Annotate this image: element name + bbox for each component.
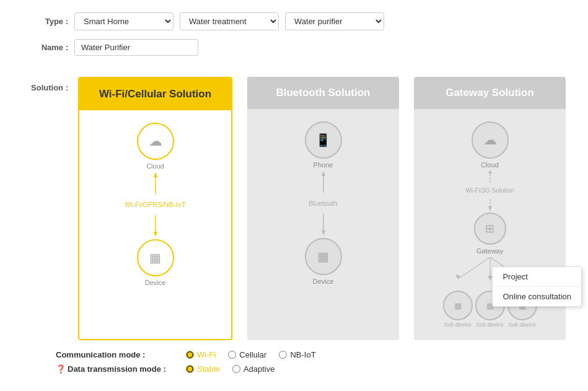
arrow-gw-1 (486, 170, 494, 185)
radio-wifi-input[interactable] (186, 351, 194, 359)
radio-nbiot-input[interactable] (279, 351, 287, 359)
radio-adaptive[interactable]: Adaptive (232, 364, 275, 374)
data-trans-row: ❓Data transmission mode : Stable Adaptiv… (56, 364, 569, 374)
device-node-bt: ▦ (305, 238, 342, 275)
radio-nbiot[interactable]: NB-IoT (279, 350, 315, 359)
help-icon: ❓ (56, 364, 66, 374)
svg-marker-3 (154, 232, 157, 237)
type-select-2[interactable]: Water treatment Air treatment Other (180, 12, 279, 30)
cloud-label-gw: Cloud (481, 161, 499, 169)
radio-cellular[interactable]: Cellular (228, 350, 266, 359)
type-label: Type : (19, 17, 68, 26)
tooltip-project[interactable]: Project (493, 267, 581, 287)
card1-header: Wi-Fi/Cellular Solution (79, 78, 231, 110)
sub-device-1: ▦ Sub device (443, 291, 473, 328)
device-node-wifi: ▦ (137, 239, 174, 276)
name-label: Name : (19, 43, 68, 52)
cloud-label-wifi: Cloud (146, 162, 164, 170)
phone-node: 📱 (305, 121, 342, 159)
type-select-group: Smart Home Smart Building Smart City Wat… (74, 12, 384, 30)
radio-stable-label: Stable (197, 364, 220, 374)
protocol-label-gw: Wi-Fi/3G Solution (465, 187, 514, 194)
gateway-icon: ⊞ (485, 222, 494, 235)
card1-body: ☁ Cloud Wi-Fi/GPRS/NB-IoT (79, 110, 231, 299)
name-input[interactable] (74, 39, 198, 56)
svg-marker-7 (322, 231, 325, 235)
svg-marker-1 (154, 172, 157, 177)
gateway-label: Gateway (476, 247, 503, 255)
solution-label: Solution : (19, 77, 68, 92)
cloud-icon-gw: ☁ (483, 132, 497, 148)
solution-card-bluetooth[interactable]: Bluetooth Solution 📱 Phone Bluetooth (247, 77, 399, 340)
tooltip-box: Project Online consultation (492, 266, 582, 307)
svg-marker-9 (488, 170, 492, 174)
device-label-wifi: Device (145, 279, 166, 286)
device-label-bt: Device (313, 278, 334, 285)
svg-marker-15 (455, 275, 460, 279)
radio-cellular-label: Cellular (239, 350, 266, 359)
protocol-label-wifi: Wi-Fi/GPRS/NB-IoT (125, 201, 186, 208)
device-icon-bt: ▦ (317, 249, 329, 264)
svg-marker-16 (488, 276, 493, 281)
radio-adaptive-label: Adaptive (244, 364, 275, 374)
sub-label-2: Sub device (476, 322, 504, 328)
svg-marker-5 (322, 171, 325, 176)
phone-label: Phone (314, 161, 333, 169)
radio-cellular-input[interactable] (228, 351, 236, 359)
arrow-up-wifi (151, 172, 160, 197)
type-select-3[interactable]: Water purifier Water heater Other (285, 12, 384, 30)
data-trans-label: ❓Data transmission mode : (56, 364, 180, 374)
data-radio-group: Stable Adaptive (186, 364, 274, 374)
arrow-down-bt (319, 211, 328, 235)
gateway-node: ⊞ (474, 213, 506, 245)
arrow-down-wifi (151, 212, 160, 237)
cloud-node-gw: ☁ (472, 121, 509, 159)
svg-marker-11 (488, 206, 492, 211)
sub-device-icon-1: ▦ (454, 301, 462, 310)
protocol-label-bt: Bluetooth (309, 200, 337, 207)
radio-wifi[interactable]: Wi-Fi (186, 350, 216, 359)
tooltip-consultation[interactable]: Online consultation (493, 287, 581, 306)
save-area: save (0, 385, 588, 391)
solution-card-wifi[interactable]: Wi-Fi/Cellular Solution ☁ Cloud Wi-Fi/GP… (78, 77, 232, 340)
type-select-1[interactable]: Smart Home Smart Building Smart City (74, 12, 173, 30)
radio-wifi-label: Wi-Fi (197, 350, 216, 359)
radio-nbiot-label: NB-IoT (290, 350, 315, 359)
card2-body: 📱 Phone Bluetooth (247, 109, 399, 297)
radio-stable-input[interactable] (186, 365, 194, 373)
cloud-icon-wifi: ☁ (149, 133, 162, 149)
phone-icon: 📱 (315, 133, 331, 147)
comm-mode-label: Communication mode : (56, 350, 180, 359)
device-icon-wifi: ▦ (149, 250, 161, 265)
arrow-gw-2 (486, 196, 494, 211)
card2-header: Bluetooth Solution (247, 77, 399, 109)
card3-header: Gateway Solution (414, 77, 566, 109)
comm-radio-group: Wi-Fi Cellular NB-IoT (186, 350, 316, 359)
radio-stable[interactable]: Stable (186, 364, 220, 374)
arrow-up-bt (319, 171, 328, 196)
svg-line-12 (459, 257, 490, 278)
sub-label-1: Sub device (444, 322, 472, 328)
radio-adaptive-input[interactable] (232, 365, 240, 373)
comm-mode-row: Communication mode : Wi-Fi Cellular NB-I… (56, 350, 569, 359)
sub-label-3: Sub device (508, 322, 536, 328)
cloud-node-wifi: ☁ (137, 123, 174, 160)
